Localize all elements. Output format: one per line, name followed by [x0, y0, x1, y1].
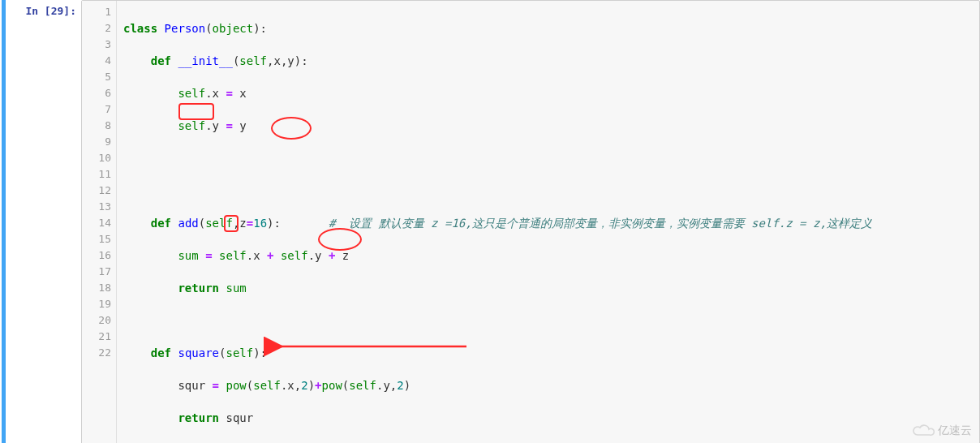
code-line[interactable]: return squr	[123, 410, 979, 426]
line-number: 17	[88, 264, 111, 280]
line-number: 16	[88, 247, 111, 264]
cloud-icon	[912, 424, 935, 438]
line-number: 12	[88, 183, 111, 199]
input-area[interactable]: 1 2 3 4 5 6 7 8 9 10 11 12 13 14 15 16 1…	[81, 0, 980, 443]
line-number: 13	[88, 199, 111, 215]
code-line[interactable]	[123, 312, 979, 329]
watermark: 亿速云	[912, 424, 972, 438]
code-line[interactable]	[123, 183, 979, 199]
code-line[interactable]: def add(self,z=16): # 设置 默认变量 z =16,这只是个…	[123, 215, 979, 231]
code-line[interactable]: self.x = x	[123, 85, 979, 101]
line-number: 2	[88, 20, 111, 37]
line-number: 10	[88, 150, 111, 166]
code-cell: In [29]: 1 2 3 4 5 6 7 8 9 10 11 12 13 1…	[8, 0, 980, 443]
watermark-text: 亿速云	[938, 424, 972, 438]
line-number: 7	[88, 101, 111, 118]
code-line[interactable]	[123, 150, 979, 166]
line-number: 19	[88, 296, 111, 312]
code-line[interactable]: self.y = y	[123, 118, 979, 134]
line-number: 22	[88, 345, 111, 361]
prompt-label: In [29]:	[25, 5, 76, 17]
line-number: 18	[88, 280, 111, 296]
code-line[interactable]: sum = self.x + self.y + z	[123, 247, 979, 264]
line-number: 14	[88, 215, 111, 231]
line-number: 5	[88, 69, 111, 85]
line-number: 11	[88, 166, 111, 183]
line-number: 21	[88, 329, 111, 345]
line-number: 6	[88, 85, 111, 101]
line-number: 9	[88, 134, 111, 150]
line-number: 20	[88, 312, 111, 329]
selection-indicator	[2, 0, 6, 443]
line-number-gutter: 1 2 3 4 5 6 7 8 9 10 11 12 13 14 15 16 1…	[82, 1, 117, 443]
line-number: 8	[88, 118, 111, 134]
code-line[interactable]: class Person(object):	[123, 20, 979, 37]
notebook-root: In [29]: 1 2 3 4 5 6 7 8 9 10 11 12 13 1…	[0, 0, 980, 443]
line-number: 1	[88, 4, 111, 20]
code-line[interactable]: def square(self):	[123, 345, 979, 361]
line-number: 3	[88, 37, 111, 53]
line-number: 4	[88, 53, 111, 69]
input-prompt: In [29]:	[8, 0, 81, 17]
code-editor[interactable]: class Person(object): def __init__(self,…	[117, 1, 979, 443]
code-line[interactable]: return sum	[123, 280, 979, 296]
line-number: 15	[88, 231, 111, 247]
code-line[interactable]: squr = pow(self.x,2)+pow(self.y,2)	[123, 377, 979, 394]
code-line[interactable]: def __init__(self,x,y):	[123, 53, 979, 69]
